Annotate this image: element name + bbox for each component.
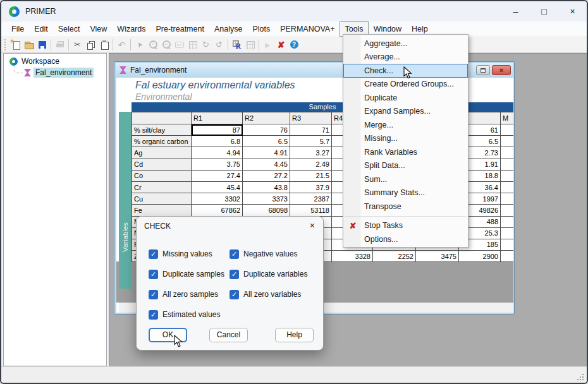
data-cell[interactable]: 3328	[332, 251, 373, 262]
dialog-close-icon[interactable]: ×	[310, 220, 315, 231]
menu-item-missing[interactable]: Missing...	[343, 132, 468, 146]
menu-item-average[interactable]: Average...	[343, 51, 468, 64]
data-cell[interactable]: 67862	[192, 205, 243, 216]
data-cell[interactable]: 3.75	[192, 159, 243, 170]
open-workspace-button[interactable]	[22, 39, 35, 51]
data-cell[interactable]: 27.2	[243, 170, 290, 181]
menu-pre-treatment[interactable]: Pre-treatment	[150, 21, 209, 37]
menu-wizards[interactable]: Wizards	[112, 21, 150, 37]
data-cell[interactable]	[501, 147, 514, 159]
data-cell[interactable]	[501, 205, 514, 216]
data-cell[interactable]: 3475	[416, 251, 459, 262]
row-label[interactable]: Ag	[132, 147, 192, 159]
menu-item-merge[interactable]: Merge...	[343, 118, 468, 132]
resize-grip[interactable]	[582, 379, 584, 380]
document-close-button[interactable]: ×	[492, 65, 511, 75]
minimize-button[interactable]: –	[501, 1, 530, 21]
data-cell[interactable]: 3373	[243, 193, 290, 205]
menu-view[interactable]: View	[85, 21, 112, 37]
data-cell[interactable]: 43.8	[243, 181, 290, 193]
row-label[interactable]: % silt/clay	[132, 124, 192, 136]
menu-analyse[interactable]: Analyse	[209, 21, 247, 37]
data-cell[interactable]	[501, 216, 514, 227]
data-cell[interactable]: 53118	[290, 205, 332, 216]
data-cell[interactable]: 45.4	[192, 181, 243, 193]
data-cell[interactable]: 4.45	[243, 159, 290, 170]
data-cell[interactable]: 6.5	[243, 136, 290, 147]
data-cell[interactable]: 4.94	[192, 147, 243, 159]
data-cell[interactable]: 27.4	[192, 170, 243, 181]
checkbox-all-zero-variables[interactable]: ✓All zero variables	[230, 287, 307, 301]
data-cell[interactable]	[501, 136, 514, 147]
menu-item-split-data[interactable]: Split Data...	[343, 159, 468, 173]
column-header-M[interactable]: M	[501, 112, 514, 124]
menu-select[interactable]: Select	[53, 21, 85, 37]
column-header-R3[interactable]: R3	[290, 112, 332, 124]
new-workbook-button[interactable]	[9, 39, 22, 51]
data-cell[interactable]: 76	[243, 124, 290, 136]
row-label[interactable]: Cd	[132, 159, 192, 170]
menu-item-duplicate[interactable]: Duplicate	[343, 91, 468, 105]
checkbox-negative-values[interactable]: ✓Negative values	[230, 247, 307, 261]
menu-item-expand-samples[interactable]: Expand Samples...	[343, 105, 468, 119]
data-cell[interactable]: 21.5	[290, 170, 332, 181]
document-restore-button[interactable]	[476, 65, 490, 75]
save-button[interactable]	[35, 39, 49, 51]
close-button[interactable]: ×	[558, 1, 587, 21]
cut-button[interactable]	[71, 39, 84, 51]
corner-header-cell[interactable]	[132, 112, 192, 124]
column-header-R2[interactable]: R2	[243, 112, 290, 124]
data-cell[interactable]	[501, 251, 514, 262]
data-cell[interactable]: 87	[192, 124, 243, 136]
maximize-button[interactable]: □	[530, 1, 558, 21]
stop-tasks-button[interactable]	[274, 39, 288, 51]
data-cell[interactable]: 2387	[290, 193, 332, 205]
data-cell[interactable]	[501, 239, 514, 250]
menu-item-options[interactable]: Options...	[343, 232, 468, 246]
data-cell[interactable]: 2.49	[290, 159, 332, 170]
paste-button[interactable]	[97, 39, 111, 51]
row-label[interactable]: % organic carbon	[132, 136, 192, 147]
data-cell[interactable]	[501, 193, 514, 205]
menu-item-rank-variables[interactable]: Rank Variables	[343, 145, 468, 159]
menu-item-summary-stats[interactable]: Summary Stats...	[343, 186, 468, 200]
data-cell[interactable]	[501, 124, 514, 136]
row-label[interactable]: Fe	[132, 205, 192, 216]
menu-item-sum[interactable]: Sum...	[343, 172, 468, 186]
data-cell[interactable]: 4.91	[243, 147, 290, 159]
data-cell[interactable]: 6.8	[192, 136, 243, 147]
row-label[interactable]: Cu	[132, 193, 192, 205]
column-header-R1[interactable]: R1	[192, 112, 243, 124]
tree-item-fal-environment[interactable]: Fal_environment	[4, 66, 106, 78]
data-cell[interactable]	[501, 227, 514, 239]
data-cell[interactable]: 68098	[243, 205, 290, 216]
data-cell[interactable]: 37.9	[290, 181, 332, 193]
row-label[interactable]: Cr	[132, 181, 192, 193]
data-cell[interactable]: 5.7	[290, 136, 332, 147]
data-cell[interactable]: 2252	[373, 251, 416, 262]
help-button[interactable]	[288, 39, 301, 51]
data-cell[interactable]: 71	[290, 124, 332, 136]
menu-permanova-[interactable]: PERMANOVA+	[275, 21, 340, 37]
run-r-button[interactable]	[230, 39, 243, 51]
menu-plots[interactable]: Plots	[247, 21, 275, 37]
checkbox-duplicate-variables[interactable]: ✓Duplicate variables	[230, 267, 307, 281]
menu-item-transpose[interactable]: Transpose	[343, 200, 468, 213]
checkbox-duplicate-samples[interactable]: ✓Duplicate samples	[149, 267, 230, 281]
data-cell[interactable]: 3302	[192, 193, 243, 205]
checkbox-all-zero-samples[interactable]: ✓All zero samples	[149, 287, 230, 301]
cancel-button[interactable]: Cancel	[209, 328, 248, 342]
titlebar[interactable]: PRIMER – □ ×	[1, 1, 587, 21]
copy-button[interactable]	[84, 39, 97, 51]
data-cell[interactable]	[501, 181, 514, 193]
menu-item-stop-tasks[interactable]: ✘Stop Tasks	[343, 219, 468, 233]
checkbox-estimated-values[interactable]: ✓Estimated values	[149, 308, 230, 321]
data-cell[interactable]	[501, 159, 514, 170]
menu-edit[interactable]: Edit	[29, 21, 53, 37]
menu-file[interactable]: File	[6, 21, 29, 37]
row-label[interactable]: Co	[132, 170, 192, 181]
checkbox-missing-values[interactable]: ✓Missing values	[149, 247, 230, 261]
help-button[interactable]: Help	[275, 328, 314, 342]
data-cell[interactable]: 2900	[459, 251, 501, 262]
data-cell[interactable]	[501, 170, 514, 181]
